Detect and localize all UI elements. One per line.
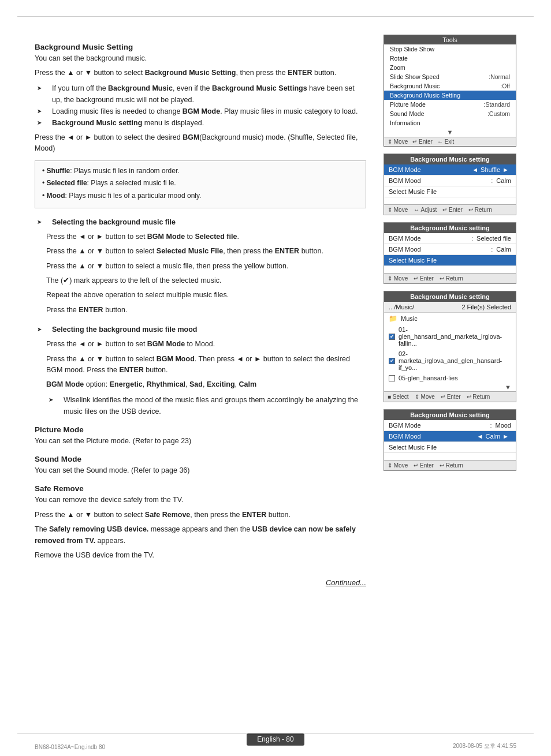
tools-footer: ⇕ Move ↵ Enter ← Exit: [384, 137, 516, 146]
bg-music-bullets: If you turn off the Background Music, ev…: [45, 83, 366, 129]
page-container: Background Music Setting You can set the…: [0, 0, 551, 756]
tools-bg-music: Background Music : Off: [384, 81, 516, 91]
bold-bgm-setting: Background Music Setting: [145, 69, 236, 77]
bg-music-title: Background Music Setting: [35, 43, 366, 51]
bgm-file-2: ✔ 02-marketa_irglova_and_glen_hansard-if…: [384, 349, 516, 373]
tools-footer-move: ⇕ Move: [388, 139, 408, 145]
bgm-files-folder-name: Music: [401, 315, 418, 322]
mood-line-1: Press the ◄ or ► button to set BGM Mode …: [46, 339, 366, 350]
press-bgm-text: Press the ◄ or ► button to select the de…: [35, 132, 366, 155]
wiselink-line: Wiselink identifies the mood of the musi…: [57, 394, 366, 417]
safe-remove-title: Safe Remove: [35, 484, 366, 493]
info-box: • Shuffle: Plays music fi les in random …: [35, 160, 366, 208]
bgm-shuffle-footer: ⇕ Move ↔ Adjust ↵ Enter ↩ Return: [384, 204, 516, 215]
sound-mode-section: Sound Mode You can set the Sound mode. (…: [35, 455, 366, 476]
sel-bullet-title: Selecting the background music file: [45, 216, 366, 228]
tools-footer-enter: ↵ Enter: [412, 139, 433, 145]
bgm-mood-mode-value: Mood: [495, 422, 511, 429]
bgm-mood-mood-row: BGM Mood ◄ Calm ►: [384, 431, 516, 442]
bgm-selected-mode-value: Selected file: [476, 235, 511, 242]
bgm-selected-footer-return: ↩ Return: [440, 275, 463, 282]
wiselink-bullet: Wiselink identifies the mood of the musi…: [57, 394, 366, 417]
bgm-shuffle-footer-return: ↩ Return: [468, 207, 492, 213]
bullet-2: Loading music files is needed to change …: [45, 106, 366, 117]
bgm-shuffle-mode-row: BGM Mode ◄ Shuffle ►: [384, 164, 516, 175]
bgm-mood-arrow-left: ◄: [477, 433, 483, 440]
sel-line-5: Repeat the above operation to select mul…: [46, 290, 366, 301]
tools-zoom: Zoom: [384, 63, 516, 72]
bgm-selected-title: Background Music setting: [384, 223, 516, 233]
bgm-files-path: .../Music/: [389, 304, 414, 310]
bgm-selected-mood-sep: :: [491, 246, 493, 253]
bgm-mood-footer-return: ↩ Return: [440, 462, 463, 469]
bgm-shuffle-mood-row: BGM Mood : Calm: [384, 175, 516, 186]
tools-bg-music-label: Background Music: [390, 83, 500, 89]
bgm-selected-mode-label: BGM Mode: [389, 235, 468, 242]
picture-mode-title: Picture Mode: [35, 425, 366, 434]
bgm-file-2-checkbox: ✔: [389, 358, 395, 364]
safe-remove-line-1: You can remove the device safely from th…: [35, 495, 366, 506]
right-column: Tools Stop Slide Show Rotate Zoom Slide …: [384, 35, 516, 587]
tools-stop-slide: Stop Slide Show: [384, 44, 516, 54]
bgm-file-3: 05-glen_hansard-lies: [384, 373, 516, 383]
bg-music-section: Background Music Setting You can set the…: [35, 43, 366, 208]
tools-sound-label: Sound Mode: [390, 110, 487, 117]
bgm-files-header: .../Music/ 2 File(s) Selected: [384, 302, 516, 313]
tools-panel-title: Tools: [384, 35, 516, 44]
bgm-file-1-checkbox: ✔: [389, 334, 395, 340]
footer-left-text: BN68-01824A~Eng.indb 80: [35, 744, 105, 750]
bgm-mood-mode-row: BGM Mode : Mood: [384, 420, 516, 431]
bgm-mood-mood-label: BGM Mood: [389, 433, 475, 440]
bgm-mood-mode-label: BGM Mode: [389, 422, 486, 429]
bgm-selected-footer: ⇕ Move ↵ Enter ↩ Return: [384, 273, 516, 283]
bgm-shuffle-mode-label: BGM Mode: [389, 166, 470, 173]
selecting-bg-mood-section: Selecting the background music file mood…: [35, 324, 366, 417]
bg-music-body1: You can set the background music.: [35, 53, 366, 64]
bgm-file-3-name: 05-glen_hansard-lies: [399, 375, 458, 381]
footer-right-text: 2008-08-05 오후 4:41:55: [453, 742, 516, 750]
sel-line-4: The (✔) mark appears to the left of the …: [46, 275, 366, 286]
sound-mode-title: Sound Mode: [35, 455, 366, 463]
bgm-files-footer: ■ Select ⇕ Move ↵ Enter ↩ Return: [384, 391, 516, 402]
tools-sound-mode: Sound Mode : Custom: [384, 109, 516, 118]
sel-line-6: Press the ENTER button.: [46, 305, 366, 316]
bold-enter-1: ENTER: [288, 69, 312, 77]
top-border: [17, 16, 534, 17]
bgm-shuffle-value: Shuffle: [481, 166, 500, 173]
bgm-mood-select-row: Select Music File: [384, 442, 516, 453]
safe-remove-line-3: The Safely removing USB device. message …: [35, 524, 366, 547]
tools-information: Information: [384, 118, 516, 128]
bgm-shuffle-arrow-left: ◄: [472, 166, 478, 173]
bgm-mood-value: Calm: [485, 433, 500, 440]
bgm-shuffle-footer-adjust: ↔ Adjust: [414, 207, 437, 213]
info-line-2: • Selected file: Plays a selected music …: [42, 178, 359, 189]
continued-italic: Continued...: [326, 578, 366, 587]
bgm-mood-select-label: Select Music File: [389, 444, 511, 451]
bgm-files-count: 2 File(s) Selected: [461, 304, 511, 310]
picture-mode-section: Picture Mode You can set the Picture mod…: [35, 425, 366, 447]
bgm-selected-footer-enter: ↵ Enter: [414, 275, 434, 282]
tools-slide-label: Slide Show Speed: [390, 73, 489, 80]
tools-sound-value: Custom: [489, 110, 510, 117]
mood-line-2: Press the ▲ or ▼ button to select BGM Mo…: [46, 354, 366, 376]
bgm-shuffle-mood-label: BGM Mood: [389, 177, 487, 184]
selecting-mood-content: Press the ◄ or ► button to set BGM Mode …: [35, 339, 366, 417]
bgm-file-1: ✔ 01-glen_hansard_and_marketa_irglova-fa…: [384, 324, 516, 349]
tools-picture-value: Standard: [485, 101, 510, 108]
bgm-shuffle-mood-sep: :: [491, 177, 493, 184]
content-area: Background Music Setting You can set the…: [35, 35, 516, 587]
safe-remove-line-4: Remove the USB device from the TV.: [35, 550, 366, 561]
bgm-shuffle-select-label: Select Music File: [389, 188, 511, 195]
mood-bullet-title: Selecting the background music file mood: [45, 324, 366, 335]
bgm-files-footer-select: ■ Select: [388, 394, 409, 400]
bgm-mood-title: Background Music setting: [384, 410, 516, 420]
safe-remove-section: Safe Remove You can remove the device sa…: [35, 484, 366, 561]
continued-line: Continued...: [35, 578, 366, 587]
bgm-shuffle-footer-move: ⇕ Move: [388, 207, 408, 213]
bgm-shuffle-panel: Background Music setting BGM Mode ◄ Shuf…: [384, 154, 516, 215]
bgm-selected-mood-value: Calm: [496, 246, 511, 253]
footer-badge: English - 80: [247, 733, 304, 746]
bgm-selected-footer-move: ⇕ Move: [388, 275, 408, 282]
left-column: Background Music Setting You can set the…: [35, 35, 366, 587]
selecting-mood-bullets: Selecting the background music file mood: [45, 324, 366, 335]
